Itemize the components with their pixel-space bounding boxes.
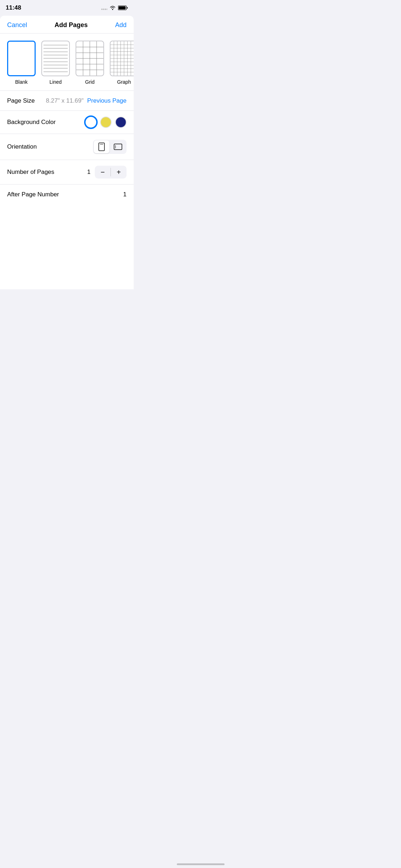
page-type-label-blank: Blank — [15, 79, 27, 85]
previous-page-link[interactable]: Previous Page — [87, 97, 127, 104]
page-type-label-grid: Grid — [85, 79, 94, 85]
add-button[interactable]: Add — [115, 21, 127, 29]
bg-color-row: Background Color — [0, 111, 134, 134]
modal-sheet: Cancel Add Pages Add Blank — [0, 16, 134, 289]
status-time: 11:48 — [6, 4, 21, 11]
stepper-plus-btn[interactable]: + — [111, 166, 127, 179]
stepper-value: 1 — [87, 169, 91, 176]
svg-rect-31 — [99, 143, 104, 151]
stepper: 1 − + — [87, 166, 127, 179]
page-type-label-graph: Graph — [117, 79, 131, 85]
landscape-icon — [114, 143, 122, 150]
svg-point-3 — [107, 9, 107, 10]
after-page-row: After Page Number 1 — [0, 185, 134, 205]
nav-bar: Cancel Add Pages Add — [0, 16, 134, 33]
orientation-group — [93, 140, 127, 154]
svg-rect-6 — [119, 6, 126, 10]
color-white-circle[interactable] — [85, 117, 97, 128]
graph-preview — [110, 41, 134, 76]
after-page-label: After Page Number — [7, 191, 59, 198]
page-type-thumb-lined — [41, 41, 70, 76]
after-page-value: 1 — [123, 191, 127, 198]
page-type-thumb-graph — [110, 41, 134, 76]
page-type-blank[interactable]: Blank — [7, 41, 36, 85]
wifi-icon — [109, 5, 116, 10]
num-pages-label: Number of Pages — [7, 169, 54, 176]
page-type-graph[interactable]: Graph — [110, 41, 134, 85]
svg-point-0 — [101, 9, 103, 10]
page-size-row: Page Size 8.27" x 11.69" Previous Page — [0, 91, 134, 111]
color-yellow-circle[interactable] — [100, 117, 112, 128]
page-type-thumb-grid — [76, 41, 104, 76]
color-navy-circle[interactable] — [115, 117, 127, 128]
portrait-icon — [98, 143, 105, 151]
orientation-row: Orientation — [0, 134, 134, 160]
page-size-value: 8.27" x 11.69" — [46, 97, 84, 104]
orientation-portrait-btn[interactable] — [94, 140, 109, 153]
grid-preview — [76, 41, 103, 76]
status-icons — [101, 5, 128, 10]
bg-color-value-group — [85, 117, 127, 128]
orientation-label: Orientation — [7, 143, 37, 150]
signal-icon — [101, 6, 107, 10]
orientation-landscape-btn[interactable] — [110, 140, 126, 153]
bg-color-label: Background Color — [7, 119, 56, 126]
page-type-thumb-blank — [7, 41, 36, 76]
svg-point-2 — [105, 9, 106, 10]
page-type-scroll: Blank Lined — [0, 41, 134, 85]
status-bar: 11:48 — [0, 0, 134, 16]
cancel-button[interactable]: Cancel — [7, 21, 27, 29]
page-size-value-group: 8.27" x 11.69" Previous Page — [46, 97, 127, 104]
modal-title: Add Pages — [55, 21, 88, 29]
svg-point-4 — [112, 9, 113, 10]
num-pages-row: Number of Pages 1 − + — [0, 160, 134, 185]
stepper-minus-btn[interactable]: − — [95, 166, 110, 179]
svg-rect-32 — [114, 144, 122, 150]
page-size-label: Page Size — [7, 97, 35, 104]
svg-point-1 — [103, 9, 104, 10]
page-type-grid[interactable]: Grid — [76, 41, 104, 85]
lined-preview — [42, 41, 69, 76]
page-type-lined[interactable]: Lined — [41, 41, 70, 85]
page-type-label-lined: Lined — [50, 79, 62, 85]
battery-icon — [118, 5, 128, 10]
stepper-controls: − + — [95, 166, 127, 179]
page-type-section: Blank Lined — [0, 33, 134, 91]
settings-section: Page Size 8.27" x 11.69" Previous Page B… — [0, 91, 134, 205]
